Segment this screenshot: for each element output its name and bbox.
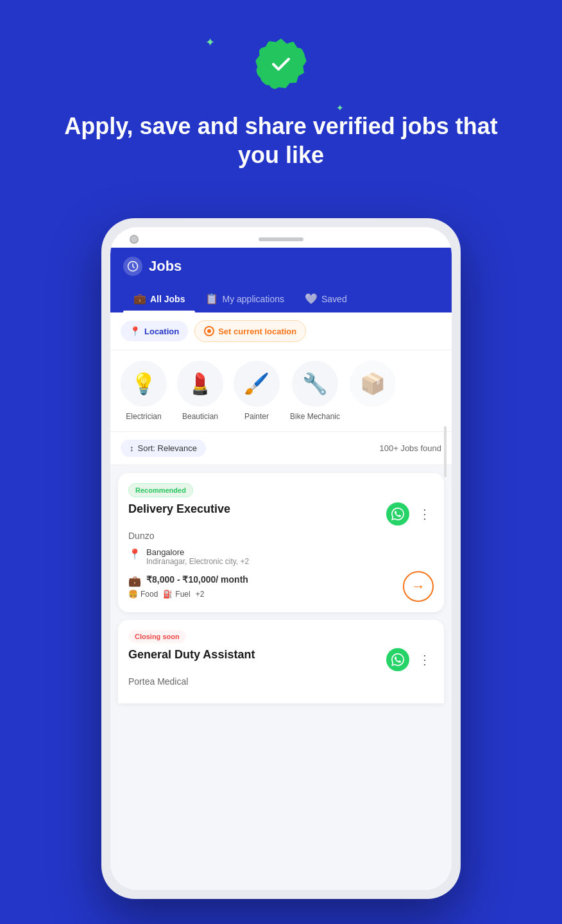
location-label: Location [144,327,179,336]
perk-fuel: ⛽ Fuel [163,590,190,599]
apply-button[interactable]: → [403,571,434,602]
bike-mechanic-label: Bike Mechanic [290,412,340,421]
sort-arrows-icon: ↕ [130,443,134,453]
painter-label: Painter [244,412,269,421]
app-logo-icon [123,257,142,276]
delivery-icon: 📦 [350,361,395,407]
location-bar: 📍 Location Set current location [110,312,452,350]
camera [130,235,139,244]
tab-saved-label: Saved [321,294,347,304]
category-delivery-partial[interactable]: 📦 [350,361,395,421]
salary-text: ₹8,000 - ₹10,000/ month [146,574,248,585]
set-current-location-label: Set current location [218,327,296,336]
category-bike-mechanic[interactable]: 🔧 Bike Mechanic [290,361,340,421]
more-perks-label: +2 [196,590,205,599]
job-title-general-duty: General Duty Assistant [128,648,386,662]
whatsapp-button-2[interactable] [386,648,409,671]
electrician-label: Electrician [126,412,161,421]
target-icon [204,326,214,336]
job-card-general-duty: Closing soon General Duty Assistant ⋮ [118,620,444,703]
location-button[interactable]: 📍 Location [121,321,188,341]
perk-more: +2 [196,590,205,599]
sparkle-icon-1: ✦ [205,35,215,49]
fuel-emoji: ⛽ [163,590,173,599]
location-detail: 📍 Bangalore Indiranagar, Electronic city… [128,547,434,566]
location-detail-icon: 📍 [128,548,141,560]
company-name-dunzo: Dunzo [128,531,434,541]
category-beautician[interactable]: 💄 Beautician [177,361,223,421]
food-label: Food [140,590,158,599]
headline: Apply, save and share verified jobs that… [0,112,562,169]
card-actions-2: ⋮ [386,648,434,671]
painter-icon: 🖌️ [234,361,280,407]
closing-soon-badge: Closing soon [128,630,186,643]
phone-mockup: Jobs 💼 All Jobs 📋 My applications 🤍 Save… [101,218,461,899]
more-options-button[interactable]: ⋮ [416,504,434,524]
category-painter[interactable]: 🖌️ Painter [234,361,280,421]
job-title-delivery: Delivery Executive [128,502,386,516]
tab-all-jobs[interactable]: 💼 All Jobs [123,286,195,312]
categories-section: 💡 Electrician 💄 Beautician 🖌️ Painter 🔧 … [110,350,452,432]
beautician-label: Beautician [182,412,218,421]
whatsapp-button[interactable] [386,502,409,526]
location-pin-icon: 📍 [130,326,140,336]
salary-row: 💼 ₹8,000 - ₹10,000/ month 🍔 Food [128,571,434,602]
set-current-location-button[interactable]: Set current location [194,320,306,342]
perk-food: 🍔 Food [128,590,158,599]
sort-button[interactable]: ↕ Sort: Relevance [121,440,206,457]
app-title: Jobs [149,258,182,275]
jobs-list: Recommended Delivery Executive ⋮ [110,465,452,703]
category-electrician[interactable]: 💡 Electrician [121,361,167,421]
beautician-icon: 💄 [177,361,223,407]
phone-top-bar [110,227,452,248]
app-header: Jobs 💼 All Jobs 📋 My applications 🤍 Save… [110,248,452,312]
job-card-delivery-executive: Recommended Delivery Executive ⋮ [118,473,444,612]
sort-label: Sort: Relevance [138,443,198,453]
speaker [259,237,303,241]
sort-bar: ↕ Sort: Relevance 100+ Jobs found [110,432,452,465]
fuel-label: Fuel [175,590,190,599]
app-content: 📍 Location Set current location 💡 Electr… [110,312,452,890]
perks-row: 🍔 Food ⛽ Fuel +2 [128,590,403,599]
tab-bar: 💼 All Jobs 📋 My applications 🤍 Saved [123,286,439,312]
salary-icon: 💼 [128,575,141,587]
jobs-count: 100+ Jobs found [380,443,442,453]
electrician-icon: 💡 [121,361,167,407]
bike-mechanic-icon: 🔧 [292,361,338,407]
tab-my-applications-label: My applications [222,294,284,304]
company-name-portea: Portea Medical [128,676,434,687]
salary-info: 💼 ₹8,000 - ₹10,000/ month 🍔 Food [128,574,403,599]
tab-all-jobs-label: All Jobs [150,294,185,304]
tab-my-applications[interactable]: 📋 My applications [195,286,294,312]
location-city: Bangalore [146,547,249,557]
recommended-badge: Recommended [128,483,193,497]
food-emoji: 🍔 [128,590,138,599]
more-options-button-2[interactable]: ⋮ [416,649,434,670]
location-areas: Indiranagar, Electronic city, +2 [146,557,249,566]
scroll-indicator [444,426,447,477]
my-applications-icon: 📋 [205,293,218,305]
card-actions: ⋮ [386,502,434,526]
all-jobs-icon: 💼 [133,293,146,305]
tab-saved[interactable]: 🤍 Saved [294,286,357,312]
sparkle-icon-2: ✦ [336,103,344,113]
saved-icon: 🤍 [305,293,318,305]
verified-badge [255,38,307,90]
